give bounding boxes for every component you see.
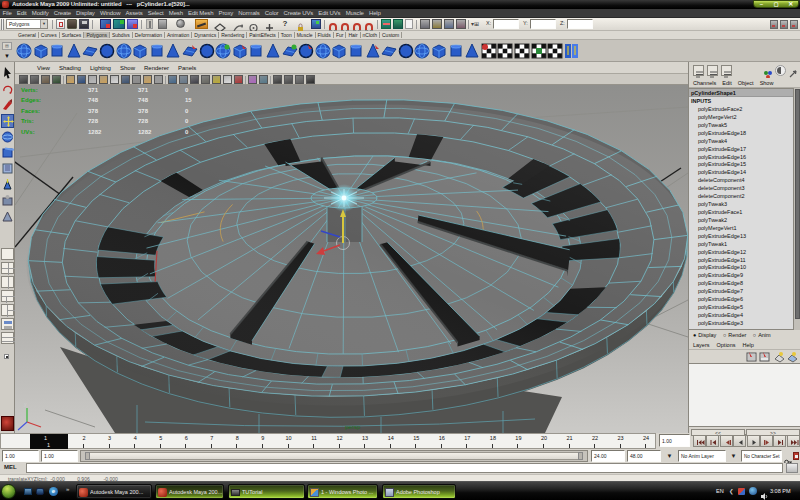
svg-text:Faces:: Faces: [21,108,40,114]
svg-text:371: 371 [138,87,149,93]
svg-text:371: 371 [88,87,99,93]
svg-text:Tris:: Tris: [21,118,34,124]
svg-text:Edges:: Edges: [21,97,41,103]
svg-text:748: 748 [138,97,149,103]
svg-text:748: 748 [88,97,99,103]
svg-text:1282: 1282 [88,129,102,135]
svg-text:378: 378 [138,108,149,114]
svg-text:Verts:: Verts: [21,87,38,93]
svg-text:728: 728 [138,118,149,124]
svg-text:1282: 1282 [138,129,152,135]
svg-text:UVs:: UVs: [21,129,35,135]
svg-text:15: 15 [185,97,192,103]
svg-text:728: 728 [88,118,99,124]
svg-text:persp: persp [345,424,361,430]
svg-text:378: 378 [88,108,99,114]
